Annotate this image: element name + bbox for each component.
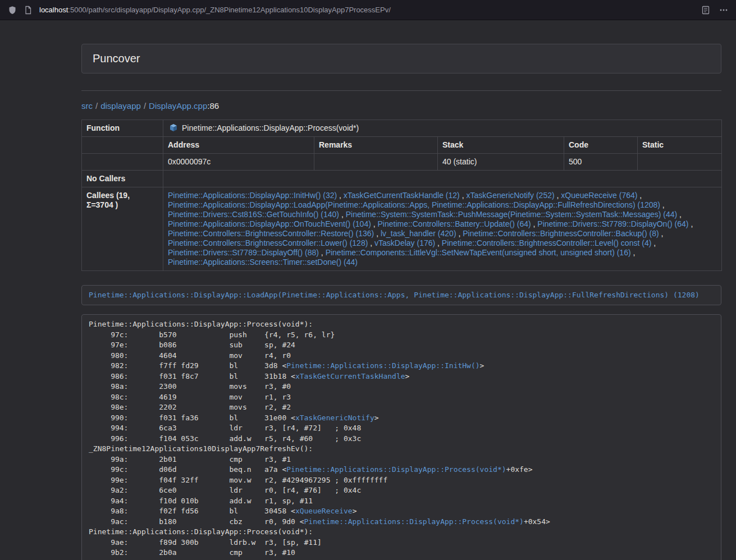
table-row-stats-header: Address Remarks Stack Code Static bbox=[82, 137, 722, 154]
function-label: Function bbox=[82, 120, 163, 137]
function-name: Pinetime::Applications::DisplayApp::Proc… bbox=[182, 123, 359, 132]
column-header-address: Address bbox=[163, 137, 314, 154]
breadcrumb-link-displayapp[interactable]: displayapp bbox=[100, 101, 141, 111]
callee-link[interactable]: Pinetime::Controllers::BrightnessControl… bbox=[463, 229, 659, 238]
callee-link[interactable]: Pinetime::System::SystemTask::PushMessag… bbox=[346, 210, 678, 219]
column-header-stack: Stack bbox=[438, 137, 564, 154]
page-info-icon[interactable] bbox=[24, 6, 33, 15]
stat-static-value bbox=[638, 154, 722, 171]
column-header-code: Code bbox=[564, 137, 638, 154]
callee-link[interactable]: Pinetime::Drivers::St7789::DisplayOn() (… bbox=[537, 219, 688, 228]
function-name-cell: Pinetime::Applications::DisplayApp::Proc… bbox=[163, 120, 722, 137]
callee-link[interactable]: Pinetime::Applications::DisplayApp::OnTo… bbox=[168, 219, 371, 228]
callees-label: Callees (19, Σ=3704 ) bbox=[82, 187, 163, 271]
menu-kebab-icon[interactable] bbox=[719, 6, 728, 15]
function-table: Function Pinetime::Applications::Display… bbox=[81, 120, 722, 271]
empty-cell bbox=[82, 137, 163, 154]
app-header-panel: Puncover bbox=[81, 44, 721, 74]
divider bbox=[81, 90, 721, 91]
chrome-actions bbox=[701, 6, 728, 15]
url-path: :5000/path/src/displayapp/DisplayApp.cpp… bbox=[68, 6, 391, 14]
breadcrumb-separator: / bbox=[144, 101, 146, 111]
page-title: Puncover bbox=[93, 52, 710, 65]
table-row-stats-values: 0x0000097c 40 (static) 500 bbox=[82, 154, 722, 171]
callee-link[interactable]: Pinetime::Applications::DisplayApp::Load… bbox=[168, 200, 660, 209]
empty-cell bbox=[82, 154, 163, 171]
highlighted-symbol-box: Pinetime::Applications::DisplayApp::Load… bbox=[81, 285, 721, 305]
callee-link[interactable]: Pinetime::Controllers::BrightnessControl… bbox=[168, 238, 368, 247]
highlighted-symbol-link[interactable]: Pinetime::Applications::DisplayApp::Load… bbox=[89, 291, 700, 299]
callee-link[interactable]: Pinetime::Drivers::Cst816S::GetTouchInfo… bbox=[168, 210, 339, 219]
callee-link[interactable]: xTaskGetCurrentTaskHandle (12) bbox=[344, 191, 460, 200]
callee-link[interactable]: xTaskGenericNotify (252) bbox=[466, 191, 554, 200]
callees-list: Pinetime::Applications::DisplayApp::Init… bbox=[163, 187, 722, 271]
code-symbol-link[interactable]: xTaskGetCurrentTaskHandle bbox=[295, 372, 405, 380]
no-callers-label: No Callers bbox=[82, 171, 163, 187]
table-row-no-callers: No Callers bbox=[82, 171, 722, 187]
url-host: localhost bbox=[39, 6, 68, 14]
stat-address-value: 0x0000097c bbox=[163, 154, 314, 171]
callee-link[interactable]: Pinetime::Controllers::BrightnessControl… bbox=[442, 238, 651, 247]
breadcrumb: src/displayapp/DisplayApp.cpp:86 bbox=[81, 101, 721, 111]
no-callers-cell bbox=[163, 171, 722, 187]
column-header-static: Static bbox=[638, 137, 722, 154]
column-header-remarks: Remarks bbox=[314, 137, 438, 154]
breadcrumb-link-src[interactable]: src bbox=[81, 101, 93, 111]
callee-link[interactable]: Pinetime::Applications::Screens::Timer::… bbox=[168, 258, 358, 267]
callee-link[interactable]: Pinetime::Drivers::St7789::DisplayOff() … bbox=[168, 248, 319, 257]
page-content: Puncover src/displayapp/DisplayApp.cpp:8… bbox=[0, 20, 736, 560]
callee-link[interactable]: Pinetime::Controllers::BrightnessControl… bbox=[168, 229, 374, 238]
code-symbol-link[interactable]: xQueueReceive bbox=[295, 507, 353, 515]
callee-link[interactable]: Pinetime::Components::LittleVgl::SetNewT… bbox=[326, 248, 631, 257]
reader-mode-icon[interactable] bbox=[701, 6, 710, 15]
function-symbol-icon bbox=[169, 123, 178, 132]
breadcrumb-line-number: :86 bbox=[207, 101, 219, 111]
breadcrumb-separator: / bbox=[95, 101, 98, 111]
breadcrumb-link-file[interactable]: DisplayApp.cpp bbox=[149, 101, 207, 111]
code-symbol-link[interactable]: Pinetime::Applications::DisplayApp::Proc… bbox=[304, 517, 524, 526]
url-bar[interactable]: localhost:5000/path/src/displayapp/Displ… bbox=[39, 6, 694, 14]
stat-code-value: 500 bbox=[564, 154, 638, 171]
table-row-callees: Callees (19, Σ=3704 ) Pinetime::Applicat… bbox=[82, 187, 722, 271]
stat-stack-value: 40 (static) bbox=[438, 154, 564, 171]
callee-link[interactable]: Pinetime::Controllers::Battery::Update()… bbox=[378, 219, 531, 228]
browser-chrome: localhost:5000/path/src/displayapp/Displ… bbox=[0, 0, 736, 20]
disassembly-block: Pinetime::Applications::DisplayApp::Proc… bbox=[81, 314, 721, 560]
callee-link[interactable]: Pinetime::Applications::DisplayApp::Init… bbox=[168, 191, 337, 200]
code-symbol-link[interactable]: xTaskGenericNotify bbox=[295, 414, 374, 422]
callee-link[interactable]: xQueueReceive (764) bbox=[561, 191, 637, 200]
table-row-function: Function Pinetime::Applications::Display… bbox=[82, 120, 722, 137]
shield-icon[interactable] bbox=[8, 6, 17, 15]
code-symbol-link[interactable]: Pinetime::Applications::DisplayApp::Proc… bbox=[286, 465, 506, 474]
callee-link[interactable]: lv_task_handler (420) bbox=[381, 229, 456, 238]
stat-remarks-value bbox=[314, 154, 438, 171]
callee-link[interactable]: vTaskDelay (176) bbox=[374, 238, 435, 247]
code-symbol-link[interactable]: Pinetime::Applications::DisplayApp::Init… bbox=[286, 361, 479, 370]
